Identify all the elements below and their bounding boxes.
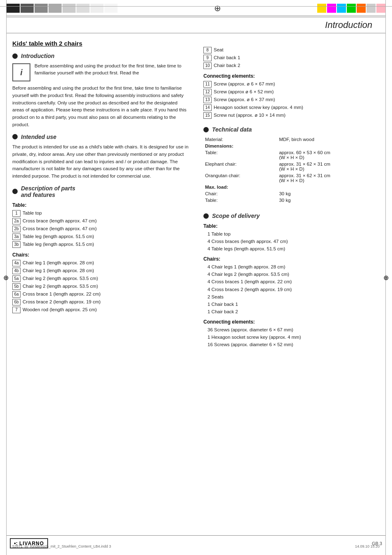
scope-heading: Scope of delivery bbox=[212, 213, 260, 219]
intended-use-body: The product is intended for use as a chi… bbox=[12, 143, 189, 180]
material-label: Material: bbox=[203, 136, 277, 143]
right-column: 8 Seat 9 Chair back 1 10 Chair back 2 Co… bbox=[196, 33, 384, 357]
list-item: 10 Chair back 2 bbox=[203, 62, 380, 69]
intended-use-heading: Intended use bbox=[21, 134, 56, 140]
list-item: 2b Cross brace (length approx. 47 cm) bbox=[12, 225, 189, 232]
center-compass-top: ⊕ bbox=[118, 3, 317, 13]
introduction-body: Before assembling and using the product … bbox=[12, 85, 189, 129]
bullet-description bbox=[12, 189, 18, 194]
page: ⊕ Introduction Kids' table with 2 chairs… bbox=[0, 0, 392, 555]
table-load-value: 30 kg bbox=[277, 197, 380, 204]
chair-load-value: 30 kg bbox=[277, 190, 380, 197]
description-heading: Description of partsand features bbox=[21, 185, 75, 198]
bullet-introduction bbox=[12, 53, 18, 59]
info-text-partial: Before assembling and using the product … bbox=[35, 62, 189, 81]
list-item: 12 Screw (approx ø 6 × 52 mm) bbox=[203, 88, 380, 95]
list-item: 16 Screws (approx. diameter 6 × 52 mm) bbox=[208, 341, 380, 348]
footer-date-info: 14.09.10 15:20 bbox=[355, 544, 380, 548]
gray-swatch-1 bbox=[7, 4, 20, 13]
section-introduction: Introduction bbox=[12, 53, 189, 59]
color-swatch-pink bbox=[376, 4, 385, 13]
scope-table-sub: Table: bbox=[203, 223, 380, 229]
table-sub-heading: Table: bbox=[12, 202, 189, 208]
list-item: 2 Seats bbox=[208, 294, 380, 300]
section-intended-use: Intended use bbox=[12, 134, 189, 140]
bullet-scope bbox=[203, 213, 209, 219]
list-item: 4 Cross braces 1 (length approx. 22 cm) bbox=[208, 278, 380, 285]
list-item: 2a Cross brace (length approx. 47 cm) bbox=[12, 217, 189, 224]
color-swatches bbox=[317, 4, 385, 13]
more-items-list: 8 Seat 9 Chair back 1 10 Chair back 2 bbox=[203, 46, 380, 69]
elephant-value: approx. 31 × 62 × 31 cm(W × H × D) bbox=[277, 161, 380, 172]
compass-symbol-top: ⊕ bbox=[214, 3, 221, 13]
dimensions-label: Dimensions: bbox=[203, 143, 277, 149]
info-icon: i bbox=[12, 63, 30, 81]
orangutan-label: Orangutan chair: bbox=[203, 172, 277, 184]
page-title: Kids' table with 2 chairs bbox=[12, 40, 189, 47]
color-swatch-orange bbox=[357, 4, 366, 13]
bullet-technical bbox=[203, 127, 209, 132]
color-swatch-cyan bbox=[337, 4, 346, 13]
scope-chairs-list: 4 Chair legs 1 (length approx. 28 cm) 4 … bbox=[208, 264, 380, 315]
footer-file-info: 52671_liv_Kindertisch_mit_2_Stuehlen_Con… bbox=[12, 544, 111, 548]
table-dim-value: approx. 60 × 53 × 60 cm(W × H × D) bbox=[277, 149, 380, 161]
list-item: 15 Screw nut (approx. ø 10 × 14 mm) bbox=[203, 112, 380, 119]
elephant-label: Elephant chair: bbox=[203, 161, 277, 172]
header-title: Introduction bbox=[325, 20, 372, 30]
gray-swatch-2 bbox=[21, 4, 34, 13]
list-item: 9 Chair back 1 bbox=[203, 54, 380, 61]
info-box: i Before assembling and using the produc… bbox=[12, 62, 189, 81]
color-swatch-gray bbox=[367, 4, 376, 13]
list-item: 4 Chair legs 1 (length approx. 28 cm) bbox=[208, 264, 380, 270]
connecting-parts-list: 11 Screw (approx. ø 6 × 67 mm) 12 Screw … bbox=[203, 81, 380, 119]
list-item: 14 Hexagon socket screw key (approx. 4 m… bbox=[203, 104, 380, 111]
chairs-parts-list: 4a Chair leg 1 (length approx. 28 cm) 4b… bbox=[12, 259, 189, 313]
list-item: 4 Chair legs 2 (length approx. 53.5 cm) bbox=[208, 271, 380, 278]
list-item: 4 Cross braces 2 (length approx. 19 cm) bbox=[208, 286, 380, 293]
technical-data-table: Material: MDF, birch wood Dimensions: Ta… bbox=[203, 136, 380, 204]
list-item: 4 Table legs (length approx. 51.5 cm) bbox=[208, 245, 380, 252]
list-item: 4b Chair leg 1 (length approx. 28 cm) bbox=[12, 267, 189, 274]
gray-swatch-6 bbox=[76, 4, 90, 13]
section-description: Description of partsand features bbox=[12, 185, 189, 198]
color-swatch-magenta bbox=[327, 4, 336, 13]
gray-swatch-7 bbox=[90, 4, 104, 13]
list-item: 6b Cross brace 2 (length approx. 19 cm) bbox=[12, 298, 189, 305]
content-area: Kids' table with 2 chairs Introduction i… bbox=[0, 33, 392, 357]
list-item: 7 Wooden rod (length approx. 25 cm) bbox=[12, 306, 189, 313]
connecting-sub-heading: Connecting elements: bbox=[203, 73, 380, 79]
list-item: 1 Chair back 2 bbox=[208, 308, 380, 315]
orangutan-value: approx. 31 × 62 × 31 cm(W × H × D) bbox=[277, 172, 380, 184]
gray-swatch-3 bbox=[35, 4, 48, 13]
section-technical-data: Technical data bbox=[203, 126, 380, 133]
list-item: 36 Screws (approx. diameter 6 × 67 mm) bbox=[208, 326, 380, 333]
color-bar-row: ⊕ bbox=[0, 0, 392, 13]
list-item: 3a Table leg (length approx. 51.5 cm) bbox=[12, 233, 189, 240]
list-item: 8 Seat bbox=[203, 46, 380, 53]
top-rule-1 bbox=[7, 16, 385, 16]
material-value: MDF, birch wood bbox=[277, 136, 380, 143]
list-item: 1 Chair back 1 bbox=[208, 301, 380, 308]
scope-connecting-list: 36 Screws (approx. diameter 6 × 67 mm) 1… bbox=[208, 326, 380, 348]
table-dim-label: Table: bbox=[203, 149, 277, 161]
list-item: 1 Table top bbox=[12, 210, 189, 217]
right-compass: ⊕ bbox=[383, 274, 389, 282]
max-load-label: Max. load: bbox=[203, 184, 277, 190]
list-item: 5a Chair leg 2 (length approx. 53.5 cm) bbox=[12, 275, 189, 282]
list-item: 5b Chair leg 2 (length approx. 53.5 cm) bbox=[12, 283, 189, 290]
left-compass: ⊕ bbox=[3, 274, 9, 282]
introduction-heading: Introduction bbox=[21, 53, 55, 59]
scope-table-list: 1 Table top 4 Cross braces (length appro… bbox=[208, 231, 380, 252]
chair-load-label: Chair: bbox=[203, 190, 277, 197]
technical-heading: Technical data bbox=[212, 126, 252, 133]
section-scope: Scope of delivery bbox=[203, 213, 380, 219]
bullet-intended-use bbox=[12, 134, 18, 139]
list-item: 3b Table leg (length approx. 51.5 cm) bbox=[12, 241, 189, 248]
list-item: 13 Screw (approx. ø 6 × 37 mm) bbox=[203, 96, 380, 103]
color-swatch-green bbox=[347, 4, 356, 13]
list-item: 4 Cross braces (length approx. 47 cm) bbox=[208, 238, 380, 245]
gray-swatch-5 bbox=[62, 4, 76, 13]
left-column: Kids' table with 2 chairs Introduction i… bbox=[8, 33, 196, 357]
list-item: 6a Cross brace 1 (length approx. 22 cm) bbox=[12, 291, 189, 298]
table-load-label: Table: bbox=[203, 197, 277, 204]
